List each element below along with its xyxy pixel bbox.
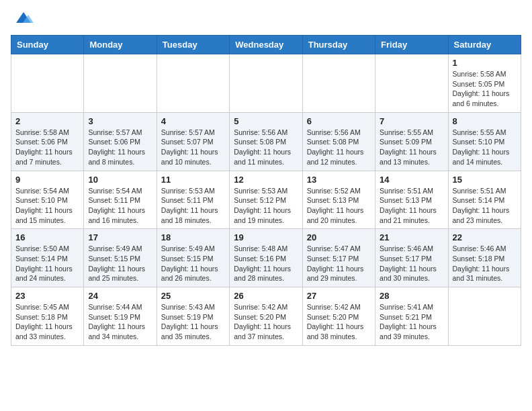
day-number: 21 xyxy=(380,232,443,242)
day-info: Sunrise: 5:58 AM Sunset: 5:05 PM Dayligh… xyxy=(453,69,517,109)
day-number: 1 xyxy=(453,58,517,68)
calendar-cell: 25Sunrise: 5:43 AM Sunset: 5:19 PM Dayli… xyxy=(157,287,229,346)
day-info: Sunrise: 5:47 AM Sunset: 5:17 PM Dayligh… xyxy=(307,244,371,283)
day-number: 27 xyxy=(307,291,371,301)
calendar-week-2: 9Sunrise: 5:54 AM Sunset: 5:10 PM Daylig… xyxy=(11,171,521,229)
day-number: 6 xyxy=(307,116,371,126)
day-info: Sunrise: 5:54 AM Sunset: 5:10 PM Dayligh… xyxy=(15,186,79,226)
calendar-cell: 20Sunrise: 5:47 AM Sunset: 5:17 PM Dayli… xyxy=(302,229,375,287)
day-info: Sunrise: 5:46 AM Sunset: 5:17 PM Dayligh… xyxy=(380,244,443,283)
day-info: Sunrise: 5:49 AM Sunset: 5:15 PM Dayligh… xyxy=(161,244,225,283)
day-number: 20 xyxy=(307,232,371,242)
weekday-header-wednesday: Wednesday xyxy=(230,36,302,54)
day-info: Sunrise: 5:42 AM Sunset: 5:20 PM Dayligh… xyxy=(307,302,371,342)
day-number: 10 xyxy=(88,175,152,185)
day-info: Sunrise: 5:56 AM Sunset: 5:08 PM Dayligh… xyxy=(234,128,298,167)
calendar-cell: 5Sunrise: 5:56 AM Sunset: 5:08 PM Daylig… xyxy=(230,112,302,171)
calendar-cell: 8Sunrise: 5:55 AM Sunset: 5:10 PM Daylig… xyxy=(448,112,521,171)
calendar-header-row: SundayMondayTuesdayWednesdayThursdayFrid… xyxy=(11,36,521,54)
day-number: 18 xyxy=(161,232,225,242)
day-info: Sunrise: 5:53 AM Sunset: 5:12 PM Dayligh… xyxy=(234,186,298,226)
calendar-cell xyxy=(302,54,375,113)
calendar-cell: 28Sunrise: 5:41 AM Sunset: 5:21 PM Dayli… xyxy=(375,287,448,346)
day-number: 24 xyxy=(88,291,152,301)
calendar-cell: 26Sunrise: 5:42 AM Sunset: 5:20 PM Dayli… xyxy=(230,287,302,346)
weekday-header-thursday: Thursday xyxy=(302,36,375,54)
day-info: Sunrise: 5:51 AM Sunset: 5:13 PM Dayligh… xyxy=(380,186,443,226)
day-info: Sunrise: 5:58 AM Sunset: 5:06 PM Dayligh… xyxy=(15,128,79,167)
day-number: 4 xyxy=(161,116,225,126)
calendar-cell: 12Sunrise: 5:53 AM Sunset: 5:12 PM Dayli… xyxy=(230,171,302,229)
day-info: Sunrise: 5:43 AM Sunset: 5:19 PM Dayligh… xyxy=(161,302,225,342)
calendar-cell xyxy=(375,54,448,113)
calendar-cell: 11Sunrise: 5:53 AM Sunset: 5:11 PM Dayli… xyxy=(157,171,229,229)
day-number: 28 xyxy=(380,291,443,301)
day-number: 14 xyxy=(380,175,443,185)
weekday-header-saturday: Saturday xyxy=(448,36,521,54)
day-number: 2 xyxy=(15,116,79,126)
day-number: 8 xyxy=(453,116,517,126)
day-number: 23 xyxy=(15,291,79,301)
day-number: 3 xyxy=(88,116,152,126)
calendar-cell: 3Sunrise: 5:57 AM Sunset: 5:06 PM Daylig… xyxy=(84,112,157,171)
calendar-week-4: 23Sunrise: 5:45 AM Sunset: 5:18 PM Dayli… xyxy=(11,287,521,346)
calendar-cell: 4Sunrise: 5:57 AM Sunset: 5:07 PM Daylig… xyxy=(157,112,229,171)
day-info: Sunrise: 5:56 AM Sunset: 5:08 PM Dayligh… xyxy=(307,128,371,167)
day-info: Sunrise: 5:44 AM Sunset: 5:19 PM Dayligh… xyxy=(88,302,152,342)
calendar-cell: 23Sunrise: 5:45 AM Sunset: 5:18 PM Dayli… xyxy=(11,287,84,346)
calendar-cell xyxy=(230,54,302,113)
calendar-week-3: 16Sunrise: 5:50 AM Sunset: 5:14 PM Dayli… xyxy=(11,229,521,287)
day-number: 25 xyxy=(161,291,225,301)
page-header xyxy=(11,11,521,28)
calendar-cell: 2Sunrise: 5:58 AM Sunset: 5:06 PM Daylig… xyxy=(11,112,84,171)
calendar-cell: 24Sunrise: 5:44 AM Sunset: 5:19 PM Dayli… xyxy=(84,287,157,346)
calendar-cell: 21Sunrise: 5:46 AM Sunset: 5:17 PM Dayli… xyxy=(375,229,448,287)
day-info: Sunrise: 5:53 AM Sunset: 5:11 PM Dayligh… xyxy=(161,186,225,226)
day-number: 17 xyxy=(88,232,152,242)
day-info: Sunrise: 5:50 AM Sunset: 5:14 PM Dayligh… xyxy=(15,244,79,283)
calendar-cell: 15Sunrise: 5:51 AM Sunset: 5:14 PM Dayli… xyxy=(448,171,521,229)
calendar-cell: 13Sunrise: 5:52 AM Sunset: 5:13 PM Dayli… xyxy=(302,171,375,229)
day-info: Sunrise: 5:51 AM Sunset: 5:14 PM Dayligh… xyxy=(453,186,517,226)
day-number: 11 xyxy=(161,175,225,185)
weekday-header-sunday: Sunday xyxy=(11,36,84,54)
day-info: Sunrise: 5:45 AM Sunset: 5:18 PM Dayligh… xyxy=(15,302,79,342)
day-info: Sunrise: 5:46 AM Sunset: 5:18 PM Dayligh… xyxy=(453,244,517,283)
calendar-cell: 7Sunrise: 5:55 AM Sunset: 5:09 PM Daylig… xyxy=(375,112,448,171)
calendar-cell xyxy=(157,54,229,113)
day-number: 12 xyxy=(234,175,298,185)
day-info: Sunrise: 5:57 AM Sunset: 5:07 PM Dayligh… xyxy=(161,128,225,167)
calendar-cell: 27Sunrise: 5:42 AM Sunset: 5:20 PM Dayli… xyxy=(302,287,375,346)
calendar-cell: 10Sunrise: 5:54 AM Sunset: 5:11 PM Dayli… xyxy=(84,171,157,229)
calendar-cell: 14Sunrise: 5:51 AM Sunset: 5:13 PM Dayli… xyxy=(375,171,448,229)
day-info: Sunrise: 5:55 AM Sunset: 5:10 PM Dayligh… xyxy=(453,128,517,167)
day-number: 7 xyxy=(380,116,443,126)
calendar-cell: 9Sunrise: 5:54 AM Sunset: 5:10 PM Daylig… xyxy=(11,171,84,229)
day-info: Sunrise: 5:49 AM Sunset: 5:15 PM Dayligh… xyxy=(88,244,152,283)
calendar-week-1: 2Sunrise: 5:58 AM Sunset: 5:06 PM Daylig… xyxy=(11,112,521,171)
day-info: Sunrise: 5:48 AM Sunset: 5:16 PM Dayligh… xyxy=(234,244,298,283)
day-number: 15 xyxy=(453,175,517,185)
calendar-week-0: 1Sunrise: 5:58 AM Sunset: 5:05 PM Daylig… xyxy=(11,54,521,113)
day-number: 16 xyxy=(15,232,79,242)
day-number: 5 xyxy=(234,116,298,126)
day-number: 9 xyxy=(15,175,79,185)
calendar-cell: 16Sunrise: 5:50 AM Sunset: 5:14 PM Dayli… xyxy=(11,229,84,287)
day-info: Sunrise: 5:41 AM Sunset: 5:21 PM Dayligh… xyxy=(380,302,443,342)
logo-icon xyxy=(13,8,34,28)
calendar-cell: 19Sunrise: 5:48 AM Sunset: 5:16 PM Dayli… xyxy=(230,229,302,287)
day-number: 22 xyxy=(453,232,517,242)
day-info: Sunrise: 5:55 AM Sunset: 5:09 PM Dayligh… xyxy=(380,128,443,167)
day-number: 26 xyxy=(234,291,298,301)
calendar-cell: 17Sunrise: 5:49 AM Sunset: 5:15 PM Dayli… xyxy=(84,229,157,287)
day-number: 13 xyxy=(307,175,371,185)
calendar-cell xyxy=(11,54,84,113)
day-info: Sunrise: 5:57 AM Sunset: 5:06 PM Dayligh… xyxy=(88,128,152,167)
calendar-cell: 18Sunrise: 5:49 AM Sunset: 5:15 PM Dayli… xyxy=(157,229,229,287)
calendar-cell: 1Sunrise: 5:58 AM Sunset: 5:05 PM Daylig… xyxy=(448,54,521,113)
weekday-header-tuesday: Tuesday xyxy=(157,36,229,54)
logo xyxy=(11,11,34,28)
weekday-header-monday: Monday xyxy=(84,36,157,54)
day-info: Sunrise: 5:54 AM Sunset: 5:11 PM Dayligh… xyxy=(88,186,152,226)
day-info: Sunrise: 5:42 AM Sunset: 5:20 PM Dayligh… xyxy=(234,302,298,342)
